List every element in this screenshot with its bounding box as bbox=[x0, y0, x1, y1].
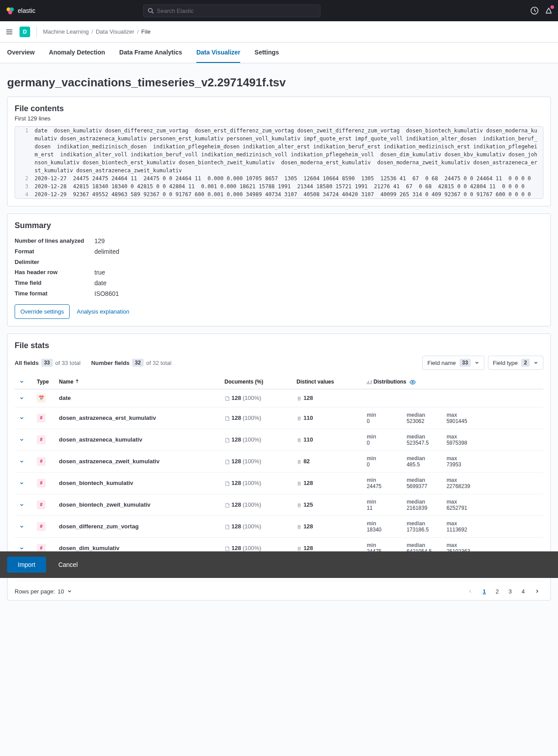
number-fields-filter: Number fields 32 of 32 total bbox=[91, 359, 172, 367]
topbar-actions bbox=[531, 7, 553, 15]
chart-icon bbox=[367, 380, 372, 385]
all-fields-filter: All fields 33 of 33 total bbox=[15, 359, 81, 367]
expand-all-icon[interactable] bbox=[19, 379, 24, 384]
elastic-logo[interactable]: elastic bbox=[5, 6, 35, 16]
field-name: dosen_biontech_zweit_kumulativ bbox=[55, 494, 220, 516]
tab-anomaly-detection[interactable]: Anomaly Detection bbox=[49, 43, 105, 63]
field-name: dosen_astrazeneca_kumulativ bbox=[55, 429, 220, 450]
distinct-value: 128 bbox=[292, 389, 362, 407]
table-row: 📅date 128 (100%) 128 bbox=[15, 389, 543, 407]
summary-row: Number of lines analyzed129 bbox=[15, 237, 543, 244]
expand-row-icon[interactable] bbox=[19, 524, 28, 529]
field-type-icon: 📅 bbox=[37, 394, 46, 403]
field-name: dosen_astrazeneca_erst_kumulativ bbox=[55, 407, 220, 429]
rows-per-page[interactable]: Rows per page: 10 bbox=[15, 588, 72, 595]
search-icon bbox=[148, 8, 154, 14]
stats-table: Type Name Documents (%) Distinct values … bbox=[15, 375, 543, 581]
field-name: dosen_biontech_kumulativ bbox=[55, 472, 220, 494]
distinct-value: 82 bbox=[292, 450, 362, 472]
expand-row-icon[interactable] bbox=[19, 395, 28, 401]
file-contents-subtitle: First 129 lines bbox=[15, 115, 543, 122]
field-name-select[interactable]: Field name 33 bbox=[422, 356, 484, 370]
code-line: 32020-12-28 42815 18340 18340 0 42815 0 … bbox=[15, 182, 543, 190]
svg-rect-12 bbox=[298, 525, 300, 529]
tab-settings[interactable]: Settings bbox=[254, 43, 279, 63]
table-row: #dosen_astrazeneca_kumulativ 128 (100%) … bbox=[15, 429, 543, 450]
chevron-down-icon bbox=[533, 360, 538, 365]
svg-rect-11 bbox=[298, 504, 300, 507]
page-1[interactable]: 1 bbox=[479, 586, 489, 597]
summary-row: Has header rowtrue bbox=[15, 269, 543, 276]
global-topbar: elastic bbox=[0, 0, 558, 21]
summary-row: Time fielddate bbox=[15, 279, 543, 287]
svg-point-5 bbox=[412, 381, 414, 383]
table-row: #dosen_astrazeneca_zweit_kumulativ 128 (… bbox=[15, 450, 543, 472]
global-search bbox=[143, 4, 320, 17]
documents-value: 128 (100%) bbox=[220, 429, 292, 450]
documents-value: 128 (100%) bbox=[220, 407, 292, 429]
menu-toggle-icon[interactable] bbox=[5, 28, 13, 36]
expand-row-icon[interactable] bbox=[19, 437, 28, 442]
pagination: Rows per page: 10 1 2 3 4 bbox=[15, 586, 543, 597]
page-2[interactable]: 2 bbox=[492, 586, 502, 597]
distribution-cell: min0median523547.5max5975398 bbox=[362, 429, 543, 450]
summary-title: Summary bbox=[15, 221, 543, 230]
distinct-value: 125 bbox=[292, 494, 362, 516]
chevron-down-icon bbox=[474, 360, 480, 365]
cancel-button[interactable]: Cancel bbox=[51, 557, 85, 573]
breadcrumb: Machine Learning/Data Visualizer/File bbox=[43, 28, 151, 35]
documents-value: 128 (100%) bbox=[220, 450, 292, 472]
expand-row-icon[interactable] bbox=[19, 459, 28, 464]
section-tabs: Overview Anomaly Detection Data Frame An… bbox=[0, 43, 558, 63]
prev-page[interactable] bbox=[464, 587, 476, 596]
file-stats-title: File stats bbox=[15, 341, 543, 350]
summary-row: Delimiter bbox=[15, 259, 543, 265]
code-line: 22020-12-27 24475 24475 24464 11 24475 0… bbox=[15, 174, 543, 182]
stats-filters: All fields 33 of 33 total Number fields … bbox=[15, 356, 543, 370]
notifications-icon[interactable] bbox=[545, 7, 553, 15]
documents-value: 128 (100%) bbox=[220, 472, 292, 494]
page-4[interactable]: 4 bbox=[518, 586, 528, 597]
name-header[interactable]: Name bbox=[55, 375, 220, 389]
breadcrumb-machine-learning[interactable]: Machine Learning bbox=[43, 28, 89, 35]
field-name: dosen_differenz_zum_vortag bbox=[55, 516, 220, 537]
sort-asc-icon bbox=[75, 379, 79, 384]
eye-icon[interactable] bbox=[410, 379, 416, 385]
distribution-cell: min11median2161839max6252791 bbox=[362, 494, 543, 516]
svg-point-2 bbox=[8, 10, 12, 14]
tab-data-visualizer[interactable]: Data Visualizer bbox=[196, 43, 240, 63]
action-bar: Import Cancel bbox=[0, 551, 558, 578]
distinct-value: 128 bbox=[292, 516, 362, 537]
tab-overview[interactable]: Overview bbox=[7, 43, 35, 63]
breadcrumb-data-visualizer[interactable]: Data Visualizer bbox=[96, 28, 134, 35]
page-3[interactable]: 3 bbox=[505, 586, 515, 597]
documents-value: 128 (100%) bbox=[220, 494, 292, 516]
table-row: #dosen_differenz_zum_vortag 128 (100%) 1… bbox=[15, 516, 543, 537]
svg-point-3 bbox=[148, 8, 152, 12]
import-button[interactable]: Import bbox=[7, 557, 46, 573]
search-input[interactable] bbox=[143, 4, 320, 17]
field-name: date bbox=[55, 389, 220, 407]
summary-row: Formatdelimited bbox=[15, 248, 543, 255]
expand-row-icon[interactable] bbox=[19, 481, 28, 486]
distribution-cell: min18340median173186.5max1113692 bbox=[362, 516, 543, 537]
help-icon[interactable] bbox=[531, 7, 538, 15]
space-avatar[interactable]: D bbox=[20, 27, 30, 37]
distinct-value: 110 bbox=[292, 429, 362, 450]
tab-data-frame-analytics[interactable]: Data Frame Analytics bbox=[119, 43, 182, 63]
next-page[interactable] bbox=[531, 587, 543, 596]
svg-rect-7 bbox=[298, 417, 300, 420]
distinct-value: 110 bbox=[292, 407, 362, 429]
expand-row-icon[interactable] bbox=[19, 415, 28, 421]
chevron-down-icon bbox=[67, 589, 72, 594]
field-type-icon: # bbox=[37, 435, 46, 444]
expand-row-icon[interactable] bbox=[19, 502, 28, 508]
field-type-select[interactable]: Field type 2 bbox=[488, 356, 543, 370]
expand-row-icon[interactable] bbox=[19, 546, 28, 551]
brand-text: elastic bbox=[18, 7, 35, 14]
override-settings-button[interactable]: Override settings bbox=[15, 304, 70, 319]
file-contents-code: 1date dosen_kumulativ dosen_differenz_zu… bbox=[15, 126, 543, 199]
analysis-explanation-link[interactable]: Analysis explanation bbox=[77, 308, 129, 315]
code-line: 42020-12-29 92367 49552 48963 589 92367 … bbox=[15, 190, 543, 198]
svg-rect-13 bbox=[298, 547, 300, 551]
